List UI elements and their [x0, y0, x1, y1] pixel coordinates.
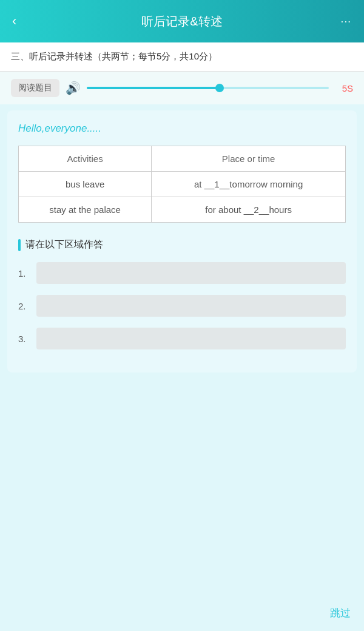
place-time-cell-2: for about __2__hours — [152, 197, 346, 223]
answer-title: 请在以下区域作答 — [18, 238, 346, 251]
col2-header: Place or time — [152, 146, 346, 172]
answer-item-3: 3. — [18, 328, 346, 349]
progress-thumb — [215, 84, 224, 92]
answer-num-3: 3. — [18, 334, 30, 344]
place-time-cell-1: at __1__tomorrow morning — [152, 172, 346, 197]
answer-input-2[interactable] — [36, 295, 346, 317]
time-label: 5S — [335, 83, 353, 93]
activity-cell-1: bus leave — [19, 172, 152, 197]
header-title: 听后记录&转述 — [141, 13, 222, 30]
subtitle-bar: 三、听后记录并转述（共两节；每节5分，共10分） — [0, 42, 364, 72]
greeting-text: Hello,everyone..... — [18, 123, 346, 135]
skip-button[interactable]: 跳过 — [330, 606, 351, 620]
answer-input-3[interactable] — [36, 328, 346, 349]
read-button[interactable]: 阅读题目 — [11, 79, 59, 97]
progress-track[interactable] — [87, 87, 329, 89]
answer-title-text: 请在以下区域作答 — [25, 238, 103, 251]
activity-table: Activities Place or time bus leave at __… — [18, 146, 346, 223]
activity-cell-2: stay at the palace — [19, 197, 152, 223]
answer-section: 请在以下区域作答 1. 2. 3. — [18, 236, 346, 349]
progress-fill — [87, 87, 220, 89]
answer-item-2: 2. — [18, 295, 346, 317]
title-bar-decoration — [18, 239, 21, 251]
answer-num-2: 2. — [18, 301, 30, 311]
answer-input-1[interactable] — [36, 262, 346, 284]
audio-bar: 阅读题目 🔊 5S — [0, 72, 364, 104]
answer-num-1: 1. — [18, 268, 30, 278]
subtitle-text: 三、听后记录并转述（共两节；每节5分，共10分） — [11, 51, 217, 61]
back-button[interactable]: ‹ — [12, 15, 16, 28]
table-row: bus leave at __1__tomorrow morning — [19, 172, 346, 197]
more-button[interactable]: ••• — [342, 19, 352, 24]
footer: 跳过 — [330, 606, 351, 620]
header: ‹ 听后记录&转述 ••• — [0, 0, 364, 42]
col1-header: Activities — [19, 146, 152, 172]
table-row: stay at the palace for about __2__hours — [19, 197, 346, 223]
main-content: Hello,everyone..... Activities Place or … — [7, 110, 357, 373]
speaker-icon[interactable]: 🔊 — [66, 81, 81, 95]
answer-item-1: 1. — [18, 262, 346, 284]
